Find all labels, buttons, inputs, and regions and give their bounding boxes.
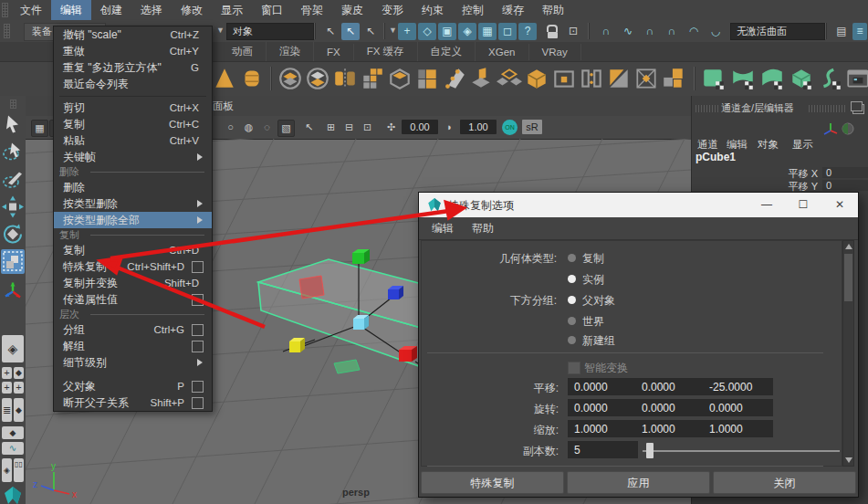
menu-skin[interactable]: 蒙皮 bbox=[332, 0, 372, 20]
select-object-icon[interactable]: ↖ bbox=[341, 23, 360, 40]
window-panel-icon[interactable] bbox=[845, 66, 868, 91]
radio-instance[interactable] bbox=[568, 275, 576, 283]
smart-transform-checkbox[interactable] bbox=[568, 362, 580, 374]
exposure-field[interactable]: 0.00 bbox=[402, 120, 438, 134]
scroll-up-icon[interactable] bbox=[845, 244, 852, 249]
layered-display-icon[interactable]: ⊞ bbox=[323, 120, 339, 135]
channelbox-menu-object[interactable]: 对象 bbox=[758, 138, 779, 152]
color-management-toggle[interactable]: ON bbox=[502, 120, 518, 135]
option-box-icon[interactable] bbox=[192, 397, 204, 409]
popout-panel-icon[interactable] bbox=[852, 104, 864, 114]
radio-new-group[interactable] bbox=[568, 336, 576, 344]
menu-item-delete[interactable]: 删除 bbox=[54, 179, 212, 195]
channelbox-object-name[interactable]: pCube1 bbox=[695, 151, 736, 163]
mirror-icon[interactable] bbox=[332, 66, 358, 91]
selection-mode-caret-icon[interactable]: ▼ bbox=[216, 26, 225, 35]
channelbox-axis-icon[interactable] bbox=[821, 121, 858, 136]
gamma-icon[interactable]: ◗ bbox=[442, 120, 457, 135]
menu-create[interactable]: 创建 bbox=[91, 0, 131, 20]
last-tool-axis-icon[interactable] bbox=[1, 278, 25, 303]
duplicate-special-button[interactable]: 特殊复制 bbox=[421, 471, 564, 494]
scroll-thumb[interactable] bbox=[844, 254, 852, 301]
fill-hole-icon[interactable] bbox=[360, 66, 385, 91]
translate-y-field[interactable] bbox=[635, 378, 706, 395]
shelf-tab-fx-caching[interactable]: FX 缓存 bbox=[354, 42, 418, 61]
corner-tiles-icon[interactable] bbox=[661, 66, 686, 91]
grid-toggle-icon[interactable]: ▦ bbox=[31, 120, 48, 137]
selected-face-highlight[interactable] bbox=[299, 276, 324, 299]
multi-cut-icon[interactable] bbox=[442, 66, 467, 91]
menubar-drag-handle[interactable] bbox=[2, 3, 8, 17]
plane-toggle-icon[interactable]: ▧ bbox=[277, 120, 295, 137]
menu-item-parent[interactable]: 父对象P bbox=[54, 378, 212, 394]
menu-deform[interactable]: 变形 bbox=[372, 0, 413, 20]
menu-control[interactable]: 控制 bbox=[453, 0, 493, 20]
shelf-tab-custom[interactable]: 自定义 bbox=[418, 42, 476, 61]
scroll-down-icon[interactable] bbox=[845, 457, 852, 463]
quad-draw-icon[interactable] bbox=[497, 66, 522, 91]
channel-box-titlebar[interactable]: 通道盒/层编辑器 bbox=[692, 101, 868, 116]
poly-cone-icon[interactable] bbox=[212, 66, 237, 91]
scale-handle-y[interactable] bbox=[352, 249, 370, 264]
magnet-snap-icon[interactable]: ◠ bbox=[685, 23, 703, 40]
option-box-icon[interactable] bbox=[192, 324, 204, 336]
menu-modify[interactable]: 修改 bbox=[172, 0, 212, 20]
scale-handle-center[interactable] bbox=[353, 315, 369, 330]
xray-joints-icon[interactable]: ◍ bbox=[241, 120, 256, 135]
select-hierarchy-icon[interactable]: ↖ bbox=[321, 23, 340, 40]
snap-point-icon[interactable]: ▣ bbox=[438, 23, 456, 40]
history-output-icon[interactable]: ∿ bbox=[619, 23, 637, 40]
menu-file[interactable]: 文件 bbox=[11, 0, 51, 20]
menu-item-delete-all-by-type[interactable]: 按类型删除全部 bbox=[54, 212, 212, 228]
layout-persp-only-button[interactable]: ◆ bbox=[2, 426, 24, 439]
menu-item-repeat[interactable]: 重复 "多边形立方体"G bbox=[54, 59, 212, 76]
highlight-selection-icon[interactable]: ⊡ bbox=[564, 23, 582, 40]
magnet-release-icon[interactable]: ◡ bbox=[706, 23, 725, 40]
layered-texture-icon[interactable]: ⊟ bbox=[341, 120, 357, 135]
menu-cache[interactable]: 缓存 bbox=[493, 0, 533, 20]
green-surface-icon-1[interactable] bbox=[730, 66, 756, 91]
copies-slider-track[interactable] bbox=[643, 450, 840, 452]
lock-icon[interactable] bbox=[544, 23, 560, 38]
menu-item-ungroup[interactable]: 解组 bbox=[54, 338, 212, 354]
history-input-icon[interactable]: ∩ bbox=[597, 23, 615, 40]
menu-item-delete-by-type[interactable]: 按类型删除 bbox=[54, 195, 212, 212]
shelf-tab-animation[interactable]: 动画 bbox=[219, 42, 267, 61]
scale-x-field[interactable] bbox=[568, 420, 638, 437]
menu-help[interactable]: 帮助 bbox=[533, 0, 573, 20]
history-toggle-icon[interactable]: ∩ bbox=[663, 23, 681, 40]
exposure-icon[interactable]: ✣ bbox=[383, 120, 399, 135]
move-tool-icon[interactable] bbox=[1, 194, 25, 219]
layout-hypergraph-button-a[interactable]: ◈ bbox=[2, 458, 12, 482]
menu-item-duplicate-with-transform[interactable]: 复制并变换Shift+D bbox=[54, 275, 212, 291]
close-button[interactable]: ✕ bbox=[821, 193, 858, 217]
fold-normals-icon[interactable] bbox=[606, 66, 632, 91]
radio-world[interactable] bbox=[568, 317, 576, 325]
combine-icon[interactable] bbox=[277, 66, 303, 91]
menu-edit[interactable]: 编辑 bbox=[51, 0, 91, 20]
menu-item-unparent[interactable]: 断开父子关系Shift+P bbox=[54, 394, 212, 411]
selection-mode-field[interactable]: 对象 bbox=[226, 23, 314, 40]
option-box-icon[interactable] bbox=[192, 381, 204, 393]
channel-value[interactable]: 0 bbox=[822, 180, 868, 191]
panel-menu-panels[interactable]: 面板 bbox=[213, 100, 234, 113]
snap-help-icon[interactable]: ? bbox=[518, 23, 537, 40]
manipulator-plane-handle[interactable] bbox=[334, 360, 360, 373]
shelf-tab-xgen[interactable]: XGen bbox=[476, 44, 528, 60]
isolate-select-icon[interactable]: ◌ bbox=[259, 120, 275, 135]
rotate-z-field[interactable] bbox=[703, 399, 773, 416]
dialog-menu-edit[interactable]: 编辑 bbox=[432, 221, 454, 236]
copies-field[interactable] bbox=[568, 441, 638, 458]
translate-z-field[interactable] bbox=[703, 378, 773, 395]
menu-item-paste[interactable]: 粘贴Ctrl+V bbox=[54, 132, 212, 149]
bridge-icon[interactable] bbox=[579, 66, 604, 91]
shelf-tab-rendering[interactable]: 渲染 bbox=[267, 42, 314, 61]
snap-grid-icon[interactable]: + bbox=[398, 23, 416, 40]
menu-item-transfer-attribute-values[interactable]: 传递属性值 bbox=[54, 291, 212, 308]
close-dialog-button[interactable]: 关闭 bbox=[713, 471, 856, 494]
menu-windows[interactable]: 窗口 bbox=[252, 0, 292, 20]
dialog-titlebar[interactable]: 特殊复制选项 — ☐ ✕ bbox=[419, 193, 858, 217]
border-edge-icon[interactable] bbox=[551, 66, 577, 91]
green-curve-icon[interactable] bbox=[818, 66, 843, 91]
channel-row-translate-x[interactable]: 平移 X 0 bbox=[692, 167, 868, 179]
